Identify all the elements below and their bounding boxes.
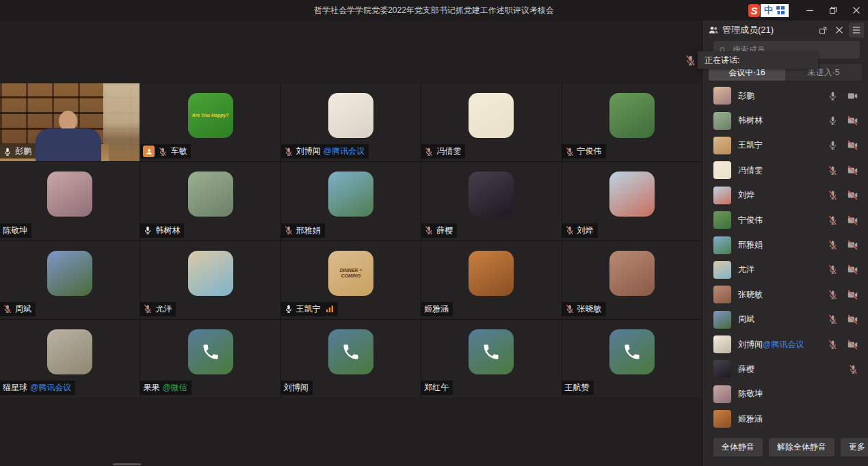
mic-on-icon[interactable] [143,225,153,235]
phone-participant-icon [328,329,373,374]
participant-tile[interactable]: 邢雅娟 [281,162,421,240]
minimize-button[interactable] [798,0,821,20]
camera-off-icon[interactable] [847,314,858,325]
participant-avatar: DINNER ≡ COMING [328,251,373,296]
member-row[interactable]: 邢雅娟 [702,232,868,257]
participant-tile[interactable]: 王航赞 [562,320,702,398]
mic-muted-icon[interactable] [565,225,575,235]
camera-off-icon[interactable] [847,215,858,226]
camera-off-icon[interactable] [847,289,858,301]
mic-muted-icon[interactable] [828,240,838,250]
participant-tile[interactable]: 尤洋 [140,241,280,319]
participant-tile[interactable]: 冯倩雯 [421,83,561,161]
mic-muted-icon[interactable] [565,304,575,314]
mic-muted-icon[interactable] [284,225,293,235]
participant-tile[interactable]: 薛樱 [421,162,561,240]
camera-off-icon[interactable] [847,264,858,275]
member-row[interactable]: 尤洋 [702,258,868,282]
more-button[interactable]: 更多 ▼ [841,438,868,456]
participant-tile[interactable]: Are You Happy? 车敏 [140,83,280,161]
participant-tile[interactable]: 郑红午 [421,320,561,398]
participant-tile[interactable]: 刘烨 [562,162,702,240]
member-row[interactable]: 刘烨 [702,183,868,208]
participant-tile[interactable]: 刘博闻 [281,320,421,398]
participant-tile[interactable]: 猫星球@腾讯会议 [0,320,140,398]
mic-muted-icon[interactable] [284,147,293,156]
member-row[interactable]: 张晓敏 [702,282,868,307]
mic-muted-icon[interactable] [424,147,434,156]
participant-tile[interactable]: 陈敬坤 [0,162,140,240]
mic-muted-icon[interactable] [828,264,838,275]
member-name: 王凯宁 [738,139,828,151]
participant-avatar [469,172,514,217]
mic-muted-icon[interactable] [828,165,838,176]
participant-tile[interactable]: 彭鹏 [0,83,140,161]
camera-off-icon[interactable] [847,239,858,251]
mic-muted-icon[interactable] [143,304,153,314]
participant-name-chip: 彭鹏 [0,144,36,159]
member-row[interactable]: 刘博闻@腾讯会议 [702,332,868,357]
ime-toolbar: 中 [761,4,789,17]
panel-menu-icon[interactable] [849,23,864,38]
participant-name-chip: 王凯宁 [281,302,338,316]
member-name: 陈敬坤 [738,388,858,400]
restore-button[interactable] [821,0,845,20]
mic-muted-icon[interactable] [828,340,838,350]
horizontal-scrollbar[interactable] [113,463,141,465]
mic-muted-icon[interactable] [828,190,838,200]
participant-tile[interactable]: 张晓敏 [562,241,702,319]
member-avatar [713,385,731,403]
mic-muted-icon[interactable] [3,304,12,314]
ime-grid-icon[interactable] [776,5,785,15]
participant-tile[interactable]: 韩树林 [140,162,280,240]
mute-all-button[interactable]: 全体静音 [713,438,763,456]
mic-muted-icon[interactable] [848,364,858,374]
ime-indicator[interactable]: S 中 [748,3,789,17]
mic-on-icon[interactable] [828,91,838,101]
camera-on-icon[interactable] [847,90,858,102]
close-button[interactable] [845,0,868,20]
more-label: 更多 [849,441,865,453]
close-panel-icon[interactable] [832,23,846,37]
participant-tile[interactable]: DINNER ≡ COMING 王凯宁 [281,241,421,319]
mic-muted-icon[interactable] [828,314,838,325]
mic-on-icon[interactable] [828,140,838,150]
member-row[interactable]: 韩树林 [702,108,868,133]
member-list: 彭鹏 韩树林 王凯宁 冯倩雯 [702,83,868,428]
member-row[interactable]: 薛樱 [702,357,868,381]
member-row[interactable]: 彭鹏 [702,83,868,108]
member-row[interactable]: 宁俊伟 [702,208,868,232]
mic-on-icon[interactable] [828,115,838,126]
mic-muted-icon[interactable] [158,147,168,156]
member-row[interactable]: 陈敬坤 [702,382,868,407]
member-avatar [713,236,731,254]
ime-lang-icon[interactable]: 中 [764,4,773,16]
camera-off-icon[interactable] [847,339,858,351]
member-avatar [713,286,731,303]
member-controls [828,115,858,126]
member-row[interactable]: 姬雅涵 [702,407,868,428]
mic-on-icon[interactable] [3,147,12,156]
camera-off-icon[interactable] [847,139,858,151]
participant-name: 韩树林 [155,225,180,236]
camera-off-icon[interactable] [847,115,858,126]
mic-muted-icon[interactable] [685,55,696,66]
member-row[interactable]: 周斌 [702,307,868,332]
mic-muted-icon[interactable] [424,225,434,235]
mic-muted-icon[interactable] [828,290,838,300]
camera-off-icon[interactable] [847,189,858,201]
mic-on-icon[interactable] [284,304,293,314]
member-row[interactable]: 冯倩雯 [702,158,868,182]
mic-muted-icon[interactable] [565,147,575,156]
participant-tile[interactable]: 姬雅涵 [421,241,561,319]
participant-tile[interactable]: 周斌 [0,241,140,319]
mic-muted-icon[interactable] [828,215,838,225]
popout-panel-icon[interactable] [816,23,830,37]
member-row[interactable]: 王凯宁 [702,133,868,158]
camera-off-icon[interactable] [847,165,858,176]
participant-tile[interactable]: 宁俊伟 [562,83,702,161]
member-name: 邢雅娟 [738,239,828,251]
unmute-all-button[interactable]: 解除全体静音 [769,438,834,456]
participant-tile[interactable]: 刘博闻@腾讯会议 [281,83,421,161]
participant-tile[interactable]: 果果@微信 [140,320,280,398]
